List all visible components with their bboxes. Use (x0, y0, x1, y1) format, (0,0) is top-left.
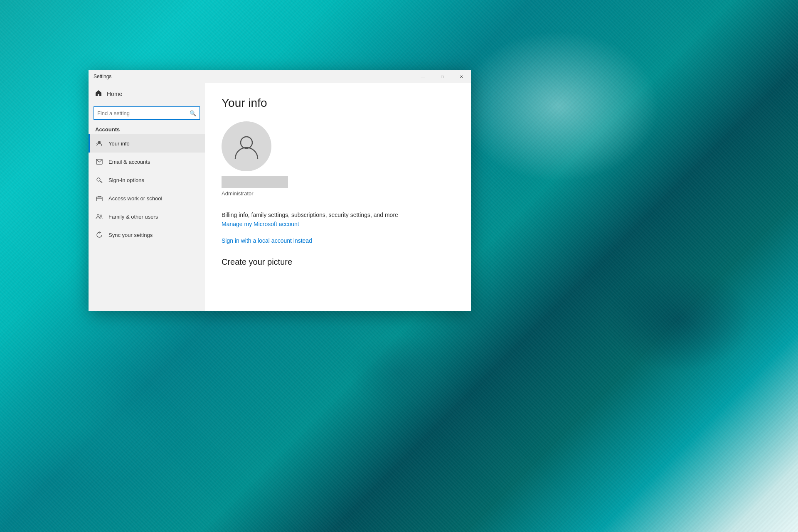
svg-point-11 (241, 137, 252, 148)
settings-window: Settings — □ ✕ Home 🔍 (89, 70, 471, 311)
sidebar-item-label-family: Family & other users (108, 214, 158, 220)
email-icon (95, 159, 103, 165)
titlebar-title: Settings (94, 74, 111, 79)
svg-point-0 (98, 141, 101, 143)
local-account-link[interactable]: Sign in with a local account instead (222, 237, 454, 244)
search-input[interactable] (97, 110, 190, 116)
svg-rect-3 (96, 159, 102, 164)
search-box: 🔍 (94, 106, 200, 120)
titlebar-controls: — □ ✕ (414, 70, 471, 83)
page-title: Your info (222, 96, 454, 110)
svg-point-9 (97, 214, 99, 217)
sidebar-section-title: Accounts (89, 123, 205, 134)
sidebar-item-home[interactable]: Home (89, 85, 205, 103)
home-label: Home (107, 91, 122, 97)
briefcase-icon (95, 195, 103, 201)
titlebar: Settings — □ ✕ (89, 70, 471, 83)
user-role: Administrator (222, 190, 254, 197)
sidebar-item-label-access: Access work or school (108, 195, 162, 202)
key-icon (95, 177, 103, 183)
search-container: 🔍 (89, 103, 205, 123)
svg-rect-7 (96, 197, 102, 201)
sidebar-item-label-your-info: Your info (108, 140, 130, 147)
sidebar-item-sync-settings[interactable]: Sync your settings (89, 226, 205, 244)
family-icon (95, 214, 103, 219)
svg-point-4 (97, 178, 100, 181)
avatar-svg (232, 132, 261, 161)
sidebar-item-your-info[interactable]: Your info (89, 134, 205, 153)
search-icon: 🔍 (190, 110, 196, 116)
avatar (222, 121, 271, 171)
username-bar (222, 176, 288, 188)
window-body: Home 🔍 Accounts (89, 83, 471, 311)
billing-info-text: Billing info, family settings, subscript… (222, 212, 454, 218)
sidebar: Home 🔍 Accounts (89, 83, 205, 311)
maximize-button[interactable]: □ (433, 70, 452, 83)
avatar-section: Administrator (222, 121, 454, 203)
manage-microsoft-account-link[interactable]: Manage my Microsoft account (222, 221, 454, 227)
sidebar-item-access-work-school[interactable]: Access work or school (89, 189, 205, 207)
person-icon (95, 140, 103, 147)
sidebar-item-label-email: Email & accounts (108, 159, 150, 165)
sidebar-item-sign-in-options[interactable]: Sign-in options (89, 171, 205, 189)
minimize-button[interactable]: — (414, 70, 433, 83)
main-content: Your info Administrator Billing info, fa… (205, 83, 471, 311)
home-icon (95, 90, 102, 98)
sidebar-item-family-other-users[interactable]: Family & other users (89, 207, 205, 226)
create-picture-title: Create your picture (222, 257, 454, 267)
sidebar-item-email-accounts[interactable]: Email & accounts (89, 153, 205, 171)
svg-point-10 (100, 215, 102, 217)
sidebar-item-label-sync: Sync your settings (108, 232, 153, 238)
sidebar-item-label-signin: Sign-in options (108, 177, 144, 183)
sync-icon (95, 232, 103, 238)
close-button[interactable]: ✕ (452, 70, 471, 83)
